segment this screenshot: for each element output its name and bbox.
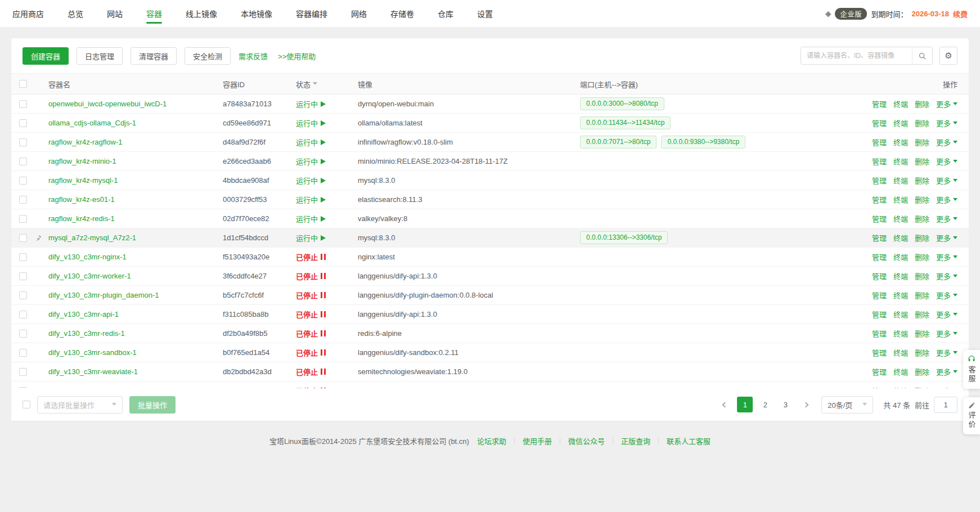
renew-link[interactable]: 续费 bbox=[953, 8, 968, 19]
review-button[interactable]: 评价 bbox=[963, 397, 980, 434]
status-icon[interactable] bbox=[321, 369, 326, 375]
search-button[interactable] bbox=[912, 47, 932, 64]
container-name-link[interactable]: mysql_a7z2-mysql_A7z2-1 bbox=[48, 233, 136, 242]
delete-link[interactable]: 删除 bbox=[915, 366, 929, 377]
terminal-link[interactable]: 终端 bbox=[893, 175, 908, 186]
footer-link-support[interactable]: 联系人工客服 bbox=[667, 435, 711, 446]
container-name-link[interactable]: ragflow_kr4z-ragflow-1 bbox=[48, 138, 123, 146]
manage-link[interactable]: 管理 bbox=[872, 251, 887, 262]
container-name-link[interactable]: dify_v130_c3mr-nginx-1 bbox=[48, 253, 127, 261]
container-name-link[interactable]: ollama_cdjs-ollama_Cdjs-1 bbox=[48, 119, 136, 127]
manage-link[interactable]: 管理 bbox=[872, 98, 887, 109]
feedback-link[interactable]: 需求反馈 bbox=[239, 51, 268, 61]
delete-link[interactable]: 删除 bbox=[915, 290, 929, 300]
terminal-link[interactable]: 终端 bbox=[893, 118, 908, 128]
row-checkbox[interactable] bbox=[19, 158, 27, 165]
delete-link[interactable]: 删除 bbox=[915, 328, 929, 339]
manage-link[interactable]: 管理 bbox=[872, 156, 887, 167]
status-icon[interactable] bbox=[321, 235, 326, 241]
row-checkbox[interactable] bbox=[19, 100, 27, 108]
nav-tab-local-images[interactable]: 本地镜像 bbox=[241, 0, 272, 27]
more-link[interactable]: 更多 bbox=[936, 98, 957, 109]
manage-link[interactable]: 管理 bbox=[872, 118, 887, 128]
clean-container-button[interactable]: 清理容器 bbox=[131, 47, 177, 65]
row-checkbox[interactable] bbox=[19, 253, 27, 261]
footer-link-wechat[interactable]: 微信公众号 bbox=[568, 435, 605, 446]
manage-link[interactable]: 管理 bbox=[872, 137, 887, 147]
row-checkbox[interactable] bbox=[19, 311, 27, 318]
manage-link[interactable]: 管理 bbox=[872, 366, 887, 377]
nav-tab-network[interactable]: 网络 bbox=[351, 0, 367, 27]
page-button-1[interactable]: 1 bbox=[737, 397, 753, 412]
delete-link[interactable]: 删除 bbox=[915, 347, 929, 358]
terminal-link[interactable]: 终端 bbox=[893, 98, 908, 109]
manage-link[interactable]: 管理 bbox=[872, 385, 887, 388]
prev-page-button[interactable] bbox=[717, 397, 732, 412]
manage-link[interactable]: 管理 bbox=[872, 213, 887, 224]
delete-link[interactable]: 删除 bbox=[915, 98, 929, 109]
row-checkbox[interactable] bbox=[19, 138, 27, 146]
nav-tab-settings[interactable]: 设置 bbox=[477, 0, 493, 27]
terminal-link[interactable]: 终端 bbox=[893, 213, 908, 224]
row-checkbox[interactable] bbox=[19, 234, 27, 242]
status-icon[interactable] bbox=[321, 178, 326, 183]
more-link[interactable]: 更多 bbox=[936, 385, 957, 388]
more-link[interactable]: 更多 bbox=[936, 328, 957, 339]
page-button-2[interactable]: 2 bbox=[757, 397, 773, 412]
row-checkbox[interactable] bbox=[19, 291, 27, 299]
more-link[interactable]: 更多 bbox=[936, 290, 957, 300]
more-link[interactable]: 更多 bbox=[936, 251, 957, 262]
header-status-filter[interactable]: 状态 bbox=[296, 79, 358, 89]
container-name-link[interactable]: ragflow_kr4z-redis-1 bbox=[48, 214, 115, 223]
container-name-link[interactable]: dify_v130_c3mr-sandbox-1 bbox=[48, 348, 137, 357]
manage-link[interactable]: 管理 bbox=[872, 271, 887, 281]
delete-link[interactable]: 删除 bbox=[915, 271, 929, 281]
terminal-link[interactable]: 终端 bbox=[893, 232, 908, 243]
delete-link[interactable]: 删除 bbox=[915, 213, 929, 224]
more-link[interactable]: 更多 bbox=[936, 175, 957, 186]
manage-link[interactable]: 管理 bbox=[872, 309, 887, 320]
status-icon[interactable] bbox=[321, 388, 326, 388]
row-checkbox[interactable] bbox=[19, 177, 27, 185]
status-icon[interactable] bbox=[321, 273, 326, 279]
nav-tab-volumes[interactable]: 存储卷 bbox=[390, 0, 414, 27]
delete-link[interactable]: 删除 bbox=[915, 175, 929, 186]
terminal-link[interactable]: 终端 bbox=[893, 290, 908, 300]
page-button-3[interactable]: 3 bbox=[777, 397, 793, 412]
page-size-select[interactable]: 20条/页 bbox=[821, 396, 873, 414]
terminal-link[interactable]: 终端 bbox=[893, 309, 908, 320]
more-link[interactable]: 更多 bbox=[936, 194, 957, 205]
row-checkbox[interactable] bbox=[19, 196, 27, 204]
status-icon[interactable] bbox=[321, 197, 326, 203]
row-checkbox[interactable] bbox=[19, 368, 27, 376]
more-link[interactable]: 更多 bbox=[936, 366, 957, 377]
more-link[interactable]: 更多 bbox=[936, 156, 957, 167]
container-name-link[interactable]: openwebui_iwcd-openwebui_iwcD-1 bbox=[48, 100, 167, 108]
row-checkbox[interactable] bbox=[19, 387, 27, 389]
more-link[interactable]: 更多 bbox=[936, 118, 957, 128]
terminal-link[interactable]: 终端 bbox=[893, 251, 908, 262]
batch-apply-button[interactable]: 批量操作 bbox=[129, 396, 176, 414]
status-icon[interactable] bbox=[321, 120, 326, 126]
footer-link-license-check[interactable]: 正版查询 bbox=[621, 435, 650, 446]
delete-link[interactable]: 删除 bbox=[915, 156, 929, 167]
status-icon[interactable] bbox=[321, 311, 326, 317]
row-checkbox[interactable] bbox=[19, 272, 27, 280]
container-name-link[interactable]: dify_v130_c3mr-worker-1 bbox=[48, 272, 131, 280]
row-checkbox[interactable] bbox=[19, 119, 27, 127]
container-name-link[interactable]: dify_v130_c3mr-plugin_daemon-1 bbox=[48, 291, 159, 299]
status-icon[interactable] bbox=[321, 349, 326, 356]
manage-link[interactable]: 管理 bbox=[872, 347, 887, 358]
status-icon[interactable] bbox=[321, 330, 326, 336]
table-settings-button[interactable]: ⚙ bbox=[939, 47, 957, 65]
manage-link[interactable]: 管理 bbox=[872, 328, 887, 339]
row-checkbox[interactable] bbox=[19, 215, 27, 223]
help-link[interactable]: >>使用帮助 bbox=[278, 51, 316, 61]
terminal-link[interactable]: 终端 bbox=[893, 328, 908, 339]
container-name-link[interactable]: dify_v130_c3mr-weaviate-1 bbox=[48, 367, 138, 376]
status-icon[interactable] bbox=[321, 140, 326, 145]
delete-link[interactable]: 删除 bbox=[915, 137, 929, 147]
status-icon[interactable] bbox=[321, 292, 326, 298]
next-page-button[interactable] bbox=[798, 397, 813, 412]
delete-link[interactable]: 删除 bbox=[915, 194, 929, 205]
